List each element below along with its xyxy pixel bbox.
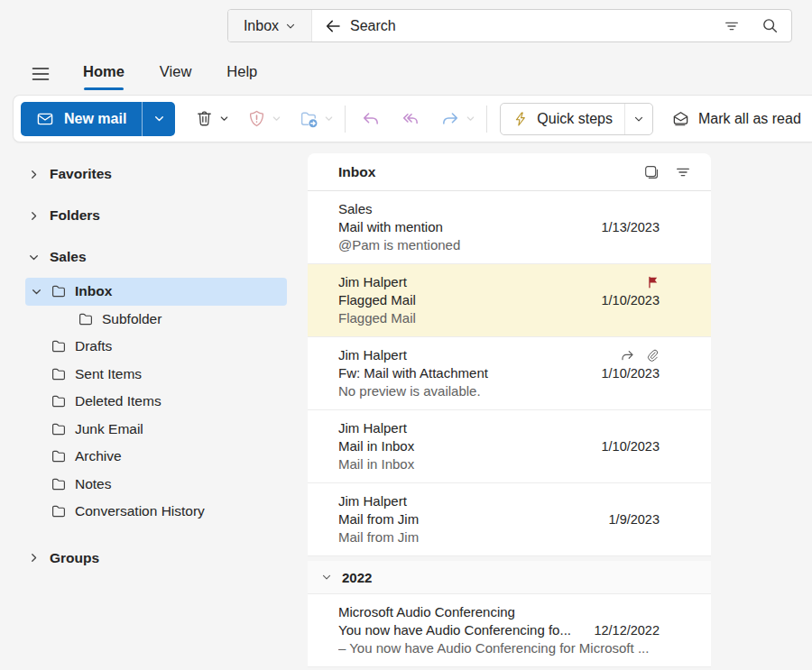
mail-group-2023: Sales Mail with mention 1/13/2023 @Pam i… [308,191,711,556]
new-mail-primary[interactable]: New mail [21,102,142,136]
chevron-right-icon [28,210,40,222]
reply-all-icon[interactable] [396,105,425,133]
folder-label: Subfolder [102,311,161,327]
mail-list-panel: Inbox Sales Mail with mention 1/13/2023 [308,153,711,670]
mail-list: Sales Mail with mention 1/13/2023 @Pam i… [308,191,711,670]
move-to-folder-icon[interactable] [294,105,323,133]
mail-sender: Jim Halpert [338,346,591,364]
quick-steps-primary[interactable]: Quick steps [501,104,624,134]
tab-help[interactable]: Help [226,63,257,86]
folder-icon [51,476,67,492]
sidebar-item-sent-items[interactable]: Sent Items [25,361,287,389]
mail-date: 1/13/2023 [591,218,711,236]
delete-button[interactable] [189,105,218,133]
mail-subject: Mail in Inbox [338,437,591,455]
new-mail-button[interactable]: New mail [21,102,175,136]
mail-list-item[interactable]: Jim Halpert Mail in Inbox 1/10/2023 Mail… [308,410,711,483]
mark-all-as-read-button[interactable]: Mark all as read [671,109,801,128]
folder-icon [51,448,67,464]
mail-preview: @Pam is mentioned [338,236,711,254]
reply-icon[interactable] [356,105,385,133]
sidebar-section-folders[interactable]: Folders [0,195,308,236]
search-bar[interactable]: Inbox Search [227,9,792,42]
folder-label: Conversation History [75,503,205,519]
sidebar-item-inbox[interactable]: Inbox [25,278,287,306]
back-arrow-icon[interactable] [324,17,342,35]
mail-list-item[interactable]: Sales Mail with mention 1/13/2023 @Pam i… [308,191,711,264]
tab-home[interactable]: Home [83,63,125,86]
mail-date: 1/10/2023 [591,291,711,309]
quick-steps-label: Quick steps [537,111,613,127]
delete-dropdown[interactable] [219,114,229,124]
flag-icon[interactable] [647,276,660,289]
folder-icon [51,366,67,382]
ribbon-tabs: Home View Help [83,63,257,86]
lightning-icon [512,111,529,127]
mail-preview: Mail from Jim [338,528,711,546]
folder-label: Inbox [75,283,112,299]
new-mail-envelope-icon [36,110,54,128]
new-mail-label: New mail [64,111,126,127]
mail-list-title: Inbox [338,164,375,180]
sidebar-item-archive[interactable]: Archive [25,443,287,471]
mail-list-item[interactable]: Jim Halpert Flagged Mail 1/10/2023 Flagg… [308,264,711,337]
search-input[interactable]: Search [350,18,396,34]
mail-list-item[interactable]: Microsoft Audio Conferencing You now hav… [308,594,711,667]
mail-list-item[interactable]: Jim Halpert Mail from Jim 1/9/2023 Mail … [308,483,711,556]
mail-subject: Mail with mention [338,218,591,236]
tab-view[interactable]: View [160,63,191,86]
hamburger-icon[interactable] [27,62,54,86]
sidebar-item-notes[interactable]: Notes [25,471,287,499]
toolbar: New mail [13,95,812,142]
chevron-down-icon [28,252,40,263]
sidebar-item-subfolder[interactable]: Subfolder [25,306,287,334]
select-all-icon[interactable] [643,164,660,180]
sidebar-item-drafts[interactable]: Drafts [25,333,287,361]
mail-row-icons [591,346,711,364]
mail-sender: Jim Halpert [338,419,591,437]
mail-list-item[interactable]: Jim Halpert Fw: Mail with Attachment 1/1… [308,337,711,410]
search-icon[interactable] [761,17,779,34]
filter-icon[interactable] [724,18,740,34]
sidebar-section-groups[interactable]: Groups [0,537,308,579]
mail-group-2022: Microsoft Audio Conferencing You now hav… [308,594,711,667]
folder-label: Sent Items [75,366,142,382]
sidebar-item-junk-email[interactable]: Junk Email [25,416,287,444]
chevron-down-icon [285,21,296,32]
new-mail-dropdown[interactable] [143,102,175,136]
forwarded-icon [620,348,635,363]
mail-subject: Flagged Mail [338,291,591,309]
report-shield-alert-icon[interactable] [242,105,271,133]
forward-icon[interactable] [436,105,465,133]
toolbar-divider [345,106,346,133]
quick-steps-button[interactable]: Quick steps [500,103,653,135]
mail-sender: Jim Halpert [338,492,591,510]
move-dropdown[interactable] [324,114,334,124]
sidebar-section-sales[interactable]: Sales [0,236,308,278]
mail-preview: No preview is available. [338,382,711,400]
mail-date: 1/10/2023 [591,364,711,382]
mark-all-label: Mark all as read [698,111,801,127]
mail-subject: You now have Audio Conferencing fo... [338,621,591,639]
toolbar-divider [486,106,487,133]
mail-preview: Flagged Mail [338,309,711,327]
folder-label: Archive [75,448,122,464]
report-dropdown[interactable] [272,114,281,124]
folder-icon [51,338,67,354]
mail-group-header-2022[interactable]: 2022 [308,561,711,594]
forward-dropdown[interactable] [466,114,475,124]
chevron-down-icon[interactable] [31,286,43,298]
search-scope-dropdown[interactable]: Inbox [228,10,312,41]
mail-preview: – You now have Audio Conferencing for Mi… [338,639,711,657]
filter-icon[interactable] [675,164,691,180]
sidebar-item-conversation-history[interactable]: Conversation History [25,498,287,526]
folder-label: Junk Email [75,421,143,437]
sidebar-item-deleted-items[interactable]: Deleted Items [25,388,287,416]
mail-preview: Mail in Inbox [338,455,711,473]
mail-row-icons [591,273,711,291]
folder-icon [78,311,94,327]
sidebar-section-favorites[interactable]: Favorites [0,153,308,195]
folder-icon [51,421,67,437]
quick-steps-dropdown[interactable] [624,104,652,134]
attachment-icon [645,348,660,363]
